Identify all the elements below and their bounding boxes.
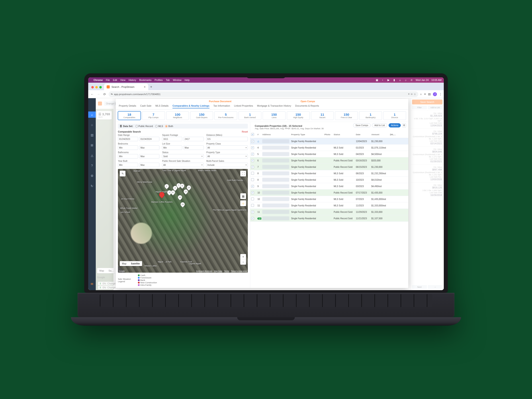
table-row[interactable]: ⌂Single Family Residential12/04/2023$1,2… <box>250 138 408 145</box>
extension-icon[interactable]: ≡ <box>424 92 426 96</box>
map-layers-icon[interactable]: ▦ <box>240 193 246 199</box>
tab-close-icon[interactable]: × <box>144 85 146 89</box>
location-icon[interactable]: ⌖ <box>408 93 410 95</box>
modal-tab[interactable]: Mortgage & Transaction History <box>257 104 291 108</box>
row-checkbox[interactable] <box>251 185 254 188</box>
lot-min[interactable]: Min <box>162 146 182 150</box>
map-attr-link[interactable]: Keyboard shortcuts <box>196 270 212 272</box>
pr-sale-select[interactable]: All <box>162 163 203 167</box>
bedrooms-min[interactable]: Min <box>118 146 138 150</box>
bedrooms-max[interactable]: Max <box>139 146 160 150</box>
open-comps-link[interactable]: Open Comps <box>299 100 316 103</box>
row-checkbox[interactable] <box>251 191 254 194</box>
result-card[interactable]: Est. Value$897,498Condominium (Residenti… <box>411 165 444 183</box>
menu-item[interactable]: View <box>120 79 126 81</box>
map-attr-link[interactable]: Map Data <box>214 270 222 272</box>
stat-card[interactable]: 5Pre-Foreclosures <box>214 111 237 120</box>
screen-record-icon[interactable]: ▣ <box>375 78 378 82</box>
row-checkbox[interactable] <box>251 204 254 207</box>
nav-analytics-icon[interactable]: ◬ <box>88 152 96 158</box>
status-select[interactable]: Sold <box>162 154 203 158</box>
result-card[interactable]: Est. Value$1,208,9234 Bd. 3 Ba. 2,014 Sq… <box>411 111 444 129</box>
map-streetview-icon[interactable]: ☺ <box>240 200 246 206</box>
reset-link[interactable]: Reset <box>242 130 248 133</box>
window-zoom-icon[interactable] <box>99 86 102 89</box>
table-row[interactable]: 4Single Family ResidentialMLS Sold01/202… <box>250 145 408 151</box>
profile-avatar[interactable]: J <box>433 92 437 96</box>
wifi-icon[interactable]: ⏚ <box>398 78 401 82</box>
col-property-type[interactable]: Property Type <box>290 132 323 137</box>
nav-back-icon[interactable]: ← <box>90 92 95 96</box>
nav-refresh-icon[interactable]: ↻ <box>88 183 96 189</box>
nav-help-icon[interactable]: ? <box>88 163 96 169</box>
select-all-checkbox[interactable] <box>251 133 254 136</box>
menu-item[interactable]: Profiles <box>154 79 163 81</box>
menu-item[interactable]: Window <box>173 79 182 81</box>
table-row[interactable]: 9Single Family ResidentialMLS Sold03/202… <box>250 183 408 190</box>
bookmark-star-icon[interactable]: ☆ <box>414 93 416 96</box>
map-attr-link[interactable]: Terms <box>224 270 229 272</box>
col-date[interactable]: Date <box>355 132 370 137</box>
map-type-sat-btn[interactable]: Satellite <box>129 261 142 266</box>
modal-tab[interactable]: Documents & Reports <box>295 104 319 108</box>
actions-button[interactable]: Actions <box>389 123 401 127</box>
zoom-out-icon[interactable]: − <box>240 259 246 265</box>
chevron-left-icon[interactable]: ‹ <box>381 78 384 82</box>
date-from-input[interactable]: 01/24/2023 <box>118 137 138 141</box>
url-bar[interactable]: ⇆ app.propstream.com/search/1717004851 ⌖… <box>109 91 418 97</box>
col-status[interactable]: Status <box>333 132 355 137</box>
key-icon[interactable]: ⌑ <box>411 93 412 96</box>
row-checkbox[interactable] <box>251 197 254 200</box>
modal-tab[interactable]: Property Details <box>119 104 136 108</box>
dataset-both[interactable]: Both <box>165 125 173 127</box>
chrome-menu-icon[interactable]: ⋮ <box>439 92 442 96</box>
menu-date[interactable]: Wed Jan 24 <box>416 79 429 81</box>
stat-card[interactable]: 11Vacant <box>311 111 334 120</box>
search-icon[interactable]: ⌕ <box>404 78 407 82</box>
col-address[interactable]: Address <box>261 132 290 137</box>
col-photo[interactable]: Photo <box>323 132 333 137</box>
map-type-sat[interactable]: Sa… <box>106 268 116 273</box>
result-card[interactable]: Est. Value$798,224Condominium (Residenti… <box>411 129 444 146</box>
col-extra[interactable]: (ML Day Ma… <box>389 132 397 137</box>
menu-app-name[interactable]: Chrome <box>94 79 103 81</box>
new-tab-button[interactable]: + <box>148 85 154 90</box>
modal-tab[interactable]: MLS Details <box>155 104 168 108</box>
multiparcel-select[interactable]: Include <box>206 163 248 167</box>
stat-card[interactable]: 1Divorce <box>383 111 406 120</box>
table-row[interactable]: 8Single Family ResidentialMLS Sold10/202… <box>250 177 408 183</box>
browser-tab[interactable]: Search - PropStream × <box>104 83 148 90</box>
row-checkbox[interactable] <box>251 146 254 149</box>
add-to-list-button[interactable]: Add to List <box>372 123 387 127</box>
stat-card[interactable]: 7Flip Comps <box>142 111 165 120</box>
stat-card[interactable]: 150Liens <box>263 111 285 120</box>
row-checkbox[interactable] <box>251 178 254 181</box>
stat-card[interactable]: 150Cash Buyers <box>190 111 213 120</box>
modal-tab[interactable]: Tax Information <box>214 104 230 108</box>
sqft-max-input[interactable]: 2417 <box>184 137 204 141</box>
modal-tab[interactable]: Comparables & Nearby Listings <box>172 104 209 108</box>
menu-time[interactable]: 10:05 AM <box>431 79 442 81</box>
filter-button[interactable]: Filter <box>412 106 427 109</box>
table-row[interactable]: 5Single Family ResidentialMLS Sold04/202… <box>250 151 408 157</box>
result-card[interactable]: Est. Value$818,1203 Bd. 3 Ba. 1,689 SqFt… <box>411 183 444 198</box>
menu-item[interactable]: Help <box>185 79 190 81</box>
stat-card[interactable]: 1Bank Owned <box>239 111 261 120</box>
stat-card[interactable]: 1Bankruptcy <box>359 111 382 120</box>
play-icon[interactable]: ▶ <box>387 78 390 82</box>
battery-icon[interactable]: ▮ <box>393 78 396 82</box>
menu-item[interactable]: Bookmarks <box>139 79 151 81</box>
row-checkbox[interactable] <box>251 211 254 214</box>
nav-forward-icon[interactable]: → <box>96 92 101 96</box>
map-type-map-btn[interactable]: Map <box>120 261 129 266</box>
row-checkbox[interactable] <box>251 153 254 156</box>
property-class-select[interactable]: All <box>206 146 248 150</box>
nav-chat-icon[interactable]: ✉ <box>88 281 96 287</box>
map-attr-link[interactable]: Report a map error <box>231 270 247 272</box>
comps-table[interactable]: # Address Property Type Photo Status Dat… <box>250 131 408 288</box>
stat-card[interactable]: 18Comparables <box>118 111 141 120</box>
bath-min[interactable]: Min <box>118 154 138 158</box>
table-row[interactable]: 8Single Family ResidentialMLS Sold06/202… <box>250 170 408 177</box>
stat-card[interactable]: 150High Equity <box>287 111 310 120</box>
table-row[interactable]: 11Single Family ResidentialMLS Sold11/20… <box>250 202 408 209</box>
